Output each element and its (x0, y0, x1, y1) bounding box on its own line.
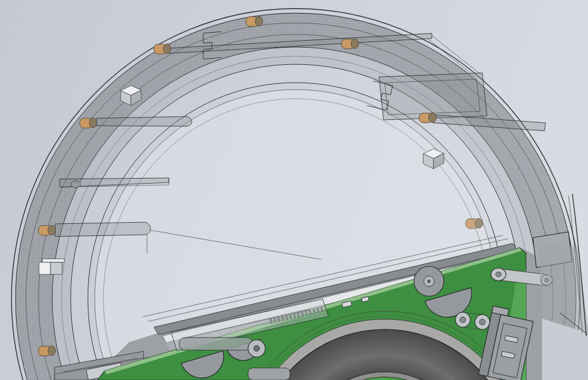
brass-insert (419, 113, 436, 123)
rod-left-lower (55, 222, 150, 236)
brass-insert (38, 226, 56, 236)
brass-insert (342, 39, 359, 49)
standoff-eye-hole (479, 319, 485, 325)
brass-insert (80, 118, 97, 129)
brass-insert (38, 346, 56, 356)
long-standoff-hole-left (496, 272, 501, 277)
screw-head-hole (254, 346, 260, 351)
pcb-mount-screw-hole (427, 280, 431, 283)
cad-viewport[interactable] (0, 0, 588, 380)
roller-pin (179, 338, 253, 350)
brass-insert (154, 44, 171, 55)
bottom-bracket (248, 368, 290, 380)
shelf-left-washer (71, 181, 80, 188)
rod-left-upper (96, 117, 192, 126)
side-block (39, 259, 64, 274)
standoff-eye-hole (460, 317, 466, 323)
brass-insert (246, 17, 263, 27)
brass-insert (466, 219, 483, 229)
model-render (0, 0, 588, 380)
